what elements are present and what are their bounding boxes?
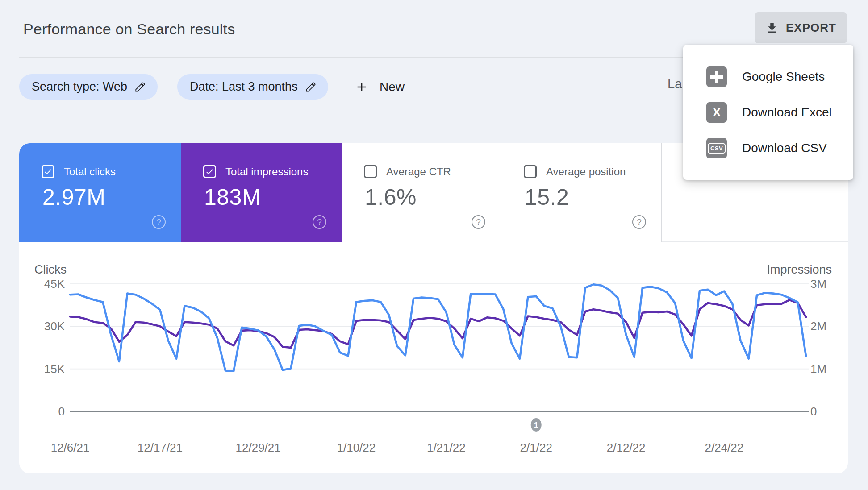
metric-card-average-ctr[interactable]: Average CTR 1.6% ? [342,143,501,242]
excel-icon: X [706,102,727,123]
menu-item-label: Download Excel [742,105,832,120]
search-type-chip-label: Search type: Web [32,80,127,94]
left-axis-tick-label: 45K [44,277,65,291]
metric-value: 1.6% [365,184,417,210]
edit-pencil-icon[interactable] [305,81,317,93]
right-axis-tick-label: 1M [810,362,826,376]
help-icon[interactable]: ? [313,215,326,229]
menu-item-download-excel[interactable]: X Download Excel [683,95,853,130]
left-axis-tick-label: 15K [44,362,65,376]
metric-value: 183M [204,184,261,210]
metric-card-average-position[interactable]: Average position 15.2 ? [501,143,662,242]
right-axis-tick-label: 2M [810,320,826,333]
x-axis-date-label: 12/6/21 [51,441,90,454]
edit-pencil-icon[interactable] [134,81,146,93]
new-filter-button[interactable]: New [355,74,405,100]
checkbox-unchecked-icon[interactable] [524,165,537,178]
help-icon[interactable]: ? [632,215,646,229]
right-axis-tick-label: 0 [810,405,817,418]
metric-card-total-clicks[interactable]: Total clicks 2.97M ? [19,143,181,242]
help-icon[interactable]: ? [472,215,485,229]
page-title: Performance on Search results [23,21,235,38]
clicks-line [70,284,806,371]
help-icon[interactable]: ? [152,215,166,229]
menu-item-label: Google Sheets [742,70,825,84]
checkbox-checked-icon[interactable] [203,165,216,178]
right-axis-tick-label: 3M [810,277,826,291]
metric-label: Average CTR [386,166,451,178]
left-axis-title: Clicks [34,263,67,276]
date-range-chip[interactable]: Date: Last 3 months [177,74,328,100]
export-button[interactable]: EXPORT [755,12,847,43]
x-axis-date-label: 12/29/21 [236,441,281,454]
checkbox-unchecked-icon[interactable] [364,165,377,178]
left-axis-tick-label: 0 [58,405,65,418]
download-icon [765,21,779,35]
x-axis-date-label: 1/21/22 [427,441,466,454]
checkbox-checked-icon[interactable] [42,165,54,178]
performance-panel: 45K3M30K2M15K1M00ClicksImpressions12/6/2… [19,143,848,473]
metric-label: Average position [546,166,626,178]
left-axis-tick-label: 30K [44,320,65,333]
search-type-chip[interactable]: Search type: Web [19,74,158,100]
plus-icon [355,80,369,94]
metric-value: 2.97M [42,184,105,210]
x-axis-date-label: 2/12/22 [607,441,646,454]
google-sheets-icon [706,66,727,87]
x-axis-date-label: 12/17/21 [138,441,183,454]
new-filter-label: New [380,80,405,94]
x-axis-date-label: 2/1/22 [520,441,552,454]
metric-card-total-impressions[interactable]: Total impressions 183M ? [181,143,342,242]
search-console-performance-screen: Performance on Search results EXPORT Sea… [0,0,868,490]
menu-item-download-csv[interactable]: CSV Download CSV [683,130,853,166]
metric-value: 15.2 [525,184,569,210]
export-button-label: EXPORT [786,21,836,35]
menu-item-label: Download CSV [742,141,827,155]
export-menu: Google Sheets X Download Excel CSV Downl… [683,45,853,180]
metric-label: Total clicks [64,166,116,178]
annotation-marker-label: 1 [534,421,538,430]
csv-icon: CSV [706,138,727,158]
x-axis-date-label: 2/24/22 [705,441,744,454]
x-axis-date-label: 1/10/22 [337,441,376,454]
right-axis-title: Impressions [767,263,832,276]
menu-item-google-sheets[interactable]: Google Sheets [683,59,853,95]
date-range-chip-label: Date: Last 3 months [190,80,298,94]
last-updated-clipped-text: La [668,77,682,91]
metric-label: Total impressions [225,166,308,178]
